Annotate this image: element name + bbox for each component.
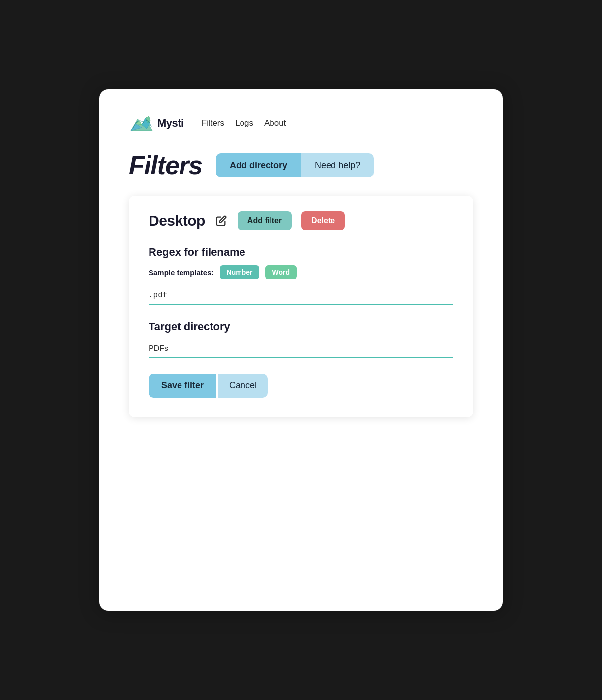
- page-header: Filters Add directory Need help?: [129, 150, 473, 180]
- save-cancel-row: Save filter Cancel: [149, 374, 453, 398]
- directory-header: Desktop Add filter Delete: [149, 211, 453, 230]
- edit-icon: [216, 215, 227, 226]
- nav-link-logs[interactable]: Logs: [235, 118, 253, 128]
- sample-templates-row: Sample templates: Number Word: [149, 265, 453, 279]
- logo-container: Mysti: [129, 114, 184, 133]
- target-directory-input[interactable]: [149, 340, 453, 358]
- sample-templates-label: Sample templates:: [149, 268, 214, 277]
- logo-text: Mysti: [157, 117, 184, 130]
- regex-section-title: Regex for filename: [149, 246, 453, 259]
- target-directory-section: Target directory: [149, 321, 453, 358]
- regex-section: Regex for filename Sample templates: Num…: [149, 246, 453, 305]
- nav-links: Filters Logs About: [202, 118, 286, 128]
- directory-name: Desktop: [149, 212, 205, 229]
- edit-directory-button[interactable]: [215, 214, 228, 227]
- add-filter-button[interactable]: Add filter: [238, 211, 292, 230]
- save-filter-button[interactable]: Save filter: [149, 374, 216, 398]
- regex-input[interactable]: [149, 287, 453, 305]
- need-help-button[interactable]: Need help?: [301, 153, 374, 177]
- delete-button[interactable]: Delete: [301, 211, 345, 230]
- cancel-button[interactable]: Cancel: [218, 374, 268, 398]
- word-template-button[interactable]: Word: [265, 265, 297, 279]
- nav-link-filters[interactable]: Filters: [202, 118, 224, 128]
- logo-icon: [129, 114, 154, 133]
- nav-bar: Mysti Filters Logs About: [129, 114, 473, 133]
- target-directory-title: Target directory: [149, 321, 453, 333]
- app-window: Mysti Filters Logs About Filters Add dir…: [99, 89, 503, 611]
- filter-card: Desktop Add filter Delete Regex for file…: [129, 196, 473, 417]
- header-buttons: Add directory Need help?: [216, 153, 374, 177]
- number-template-button[interactable]: Number: [220, 265, 260, 279]
- page-title: Filters: [129, 150, 202, 180]
- add-directory-button[interactable]: Add directory: [216, 153, 301, 177]
- nav-link-about[interactable]: About: [264, 118, 286, 128]
